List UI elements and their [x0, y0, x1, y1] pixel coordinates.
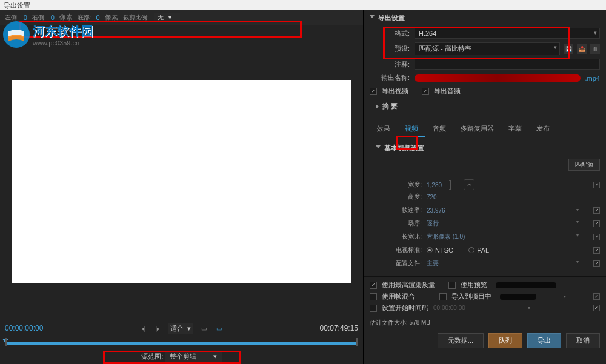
out-point-handle[interactable] [356, 338, 358, 346]
aspect-dropdown[interactable]: 方形像素 (1.0) [427, 233, 588, 241]
watermark-logo [2, 21, 30, 50]
profile-row: 配置文件: 主要 ✓ [370, 257, 600, 270]
import-project-checkbox[interactable] [439, 293, 447, 300]
summary-header[interactable]: 摘 要 [364, 98, 606, 114]
tab-audio[interactable]: 音频 [425, 122, 453, 137]
use-preview-label: 使用预览 [461, 280, 487, 290]
comment-label: 注释: [370, 60, 410, 69]
tv-match-check[interactable]: ✓ [593, 247, 600, 254]
width-match-check[interactable]: ✓ [593, 182, 600, 188]
preview-canvas [12, 80, 351, 283]
estimated-size-row: 估计文件大小: 578 MB [364, 316, 606, 329]
order-match-check[interactable]: ✓ [593, 220, 600, 227]
in-point-handle[interactable] [5, 338, 7, 346]
match-source-button[interactable]: 匹配源 [568, 159, 600, 171]
left-preview-panel: 河东软件园 www.pc0359.cn 左侧: 0 右侧: 0 像素 底部: 0… [0, 10, 364, 364]
crop-ratio-select[interactable]: 无 ▾ [154, 13, 180, 22]
output-name-redacted[interactable] [415, 74, 581, 82]
metadata-button[interactable]: 元数据... [438, 333, 484, 348]
import-project-label: 导入到项目中 [451, 292, 491, 301]
profile-match-check[interactable]: ✓ [593, 260, 600, 267]
aspect-correction-button[interactable]: ▭ [199, 325, 208, 332]
max-quality-checkbox[interactable]: ✓ [370, 282, 377, 289]
fps-dropdown[interactable]: 23.976 [427, 207, 588, 214]
est-size-value: 578 MB [410, 319, 430, 326]
format-label: 格式: [370, 29, 410, 38]
disclosure-icon [376, 145, 381, 151]
link-dimensions-icon[interactable]: ⚯ [464, 179, 474, 190]
timeline-track[interactable] [5, 342, 358, 345]
aspect-match-check[interactable]: ✓ [593, 234, 600, 240]
tab-video[interactable]: 视频 [398, 122, 425, 137]
tab-subtitles[interactable]: 字幕 [501, 122, 529, 137]
source-range-row: 源范围: 整个剪辑 ▾ [0, 349, 363, 363]
dimension-bracket: ] [447, 179, 454, 190]
save-preset-icon[interactable]: 💾 [564, 44, 573, 54]
cancel-button[interactable]: 取消 [566, 333, 600, 348]
export-button[interactable]: 导出 [527, 333, 561, 348]
field-order-row: 场序: 逐行 ✓ [370, 217, 600, 230]
preset-dropdown[interactable]: 匹配源 - 高比特率 [415, 42, 560, 55]
export-settings-title: 导出设置 [378, 13, 405, 22]
settings-tabs: 效果 视频 音频 多路复用器 字幕 发布 [364, 118, 606, 137]
export-video-label: 导出视频 [382, 87, 408, 96]
summary-title: 摘 要 [382, 102, 398, 111]
watermark-site-name: 河东软件园 [33, 23, 93, 39]
output-name-row: 输出名称: .mp4 [364, 71, 606, 84]
export-audio-checkbox[interactable]: ✓ [422, 88, 429, 95]
crop-right-value[interactable]: 0 [51, 14, 55, 21]
main-container: 河东软件园 www.pc0359.cn 左侧: 0 右侧: 0 像素 底部: 0… [0, 10, 606, 364]
crop-left-value[interactable]: 0 [24, 14, 27, 21]
preset-row: 预设: 匹配源 - 高比特率 💾 📥 🗑 [364, 41, 606, 57]
export-settings-header[interactable]: 导出设置 [364, 10, 606, 26]
import-check[interactable]: ✓ [593, 293, 600, 300]
zoom-fit-select[interactable]: 适合 ▾ [168, 323, 193, 334]
height-value[interactable]: 720 [427, 194, 437, 200]
comment-input[interactable] [415, 59, 600, 70]
crop-unit-1: 像素 [59, 13, 73, 22]
aspect-row: 长宽比: 方形像素 (1.0) ✓ [370, 230, 600, 243]
delete-preset-icon[interactable]: 🗑 [590, 44, 600, 54]
start-tc-checkbox[interactable] [370, 305, 377, 312]
format-dropdown[interactable]: H.264 [415, 28, 600, 39]
tab-publish[interactable]: 发布 [529, 122, 557, 137]
aspect-label: 长宽比: [370, 233, 422, 241]
crop-bottom-value[interactable]: 0 [96, 14, 100, 21]
tv-standard-row: 电视标准: NTSC PAL ✓ [370, 243, 600, 257]
height-label: 高度: [370, 193, 422, 201]
crop-ratio-label: 裁剪比例: [123, 13, 149, 22]
profile-dropdown[interactable]: 主要 [427, 259, 588, 268]
frame-blend-checkbox[interactable] [370, 293, 377, 300]
width-label: 宽度: [370, 180, 422, 189]
queue-button[interactable]: 队列 [488, 333, 522, 348]
crop-right-label: 右侧: [32, 13, 46, 22]
source-range-select[interactable]: 整个剪辑 ▾ [165, 351, 222, 362]
source-monitor-button[interactable]: ▭ [215, 325, 224, 332]
start-tc-value[interactable]: 00:00:00:00 [433, 305, 465, 311]
profile-label: 配置文件: [370, 259, 422, 268]
timeline-bar[interactable] [5, 340, 358, 348]
export-video-checkbox[interactable]: ✓ [370, 88, 377, 95]
width-value[interactable]: 1,280 [427, 182, 442, 188]
current-timecode[interactable]: 00:00:00:00 [5, 324, 43, 333]
timeline-controls: 00:00:00:00 ◂| |▸ 适合 ▾ ▭ ▭ 00:07:49:15 [0, 322, 363, 335]
tv-pal-radio[interactable]: PAL [468, 247, 489, 254]
fps-match-check[interactable]: ✓ [593, 207, 600, 214]
est-size-label: 估计文件大小: [370, 319, 408, 326]
output-extension: .mp4 [585, 74, 600, 82]
window-title: 导出设置 [0, 0, 606, 10]
disclosure-icon [370, 15, 375, 21]
starttc-check[interactable]: ✓ [593, 305, 600, 311]
use-preview-checkbox[interactable] [448, 282, 456, 289]
output-name-label: 输出名称: [370, 73, 410, 82]
fps-label: 帧速率: [370, 206, 422, 214]
tab-effects[interactable]: 效果 [370, 122, 398, 137]
right-settings-panel: 导出设置 格式: H.264 预设: 匹配源 - 高比特率 💾 📥 🗑 注释: … [364, 10, 606, 364]
next-frame-button[interactable]: |▸ [153, 325, 162, 332]
import-preset-icon[interactable]: 📥 [577, 44, 587, 54]
prev-frame-button[interactable]: ◂| [139, 325, 148, 332]
field-order-dropdown[interactable]: 逐行 [427, 219, 588, 228]
tv-ntsc-radio[interactable]: NTSC [427, 247, 453, 254]
tab-multiplexer[interactable]: 多路复用器 [453, 122, 501, 137]
video-settings-header[interactable]: 基本视频设置 [364, 140, 606, 156]
